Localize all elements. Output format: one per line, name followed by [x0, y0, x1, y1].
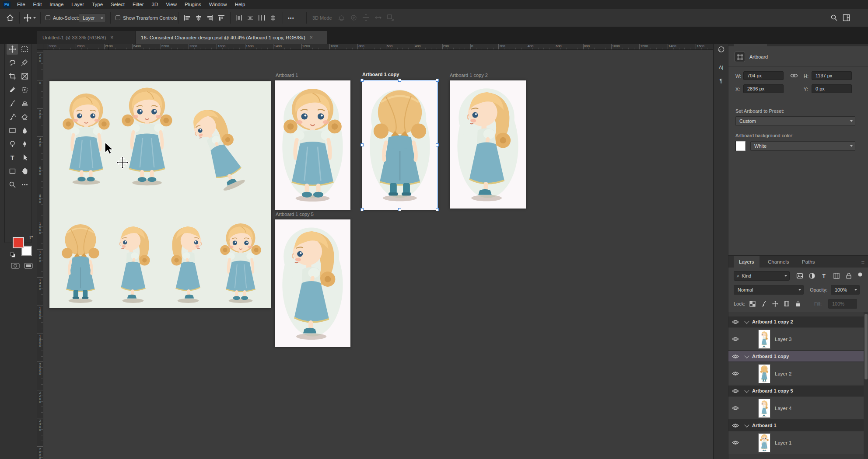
- artboard-label-1-copy-5[interactable]: Artboard 1 copy 5: [276, 212, 314, 217]
- reference-image[interactable]: [49, 81, 271, 308]
- menu-item-help[interactable]: Help: [231, 0, 249, 9]
- background-color-dropdown[interactable]: White: [750, 141, 855, 151]
- rectangle-tool[interactable]: [7, 165, 18, 177]
- layer-thumbnail[interactable]: [758, 433, 770, 452]
- menu-item-view[interactable]: View: [162, 0, 181, 9]
- layer-thumbnail[interactable]: [758, 399, 770, 418]
- lock-transparent-pixels-icon[interactable]: [748, 299, 757, 309]
- ruler-origin-corner[interactable]: [37, 44, 43, 50]
- layer-thumbnail[interactable]: [758, 330, 770, 349]
- transform-handle[interactable]: [398, 79, 401, 82]
- visibility-eye-icon[interactable]: [732, 337, 739, 341]
- history-panel-icon[interactable]: [717, 45, 725, 54]
- tab-paths[interactable]: Paths: [797, 256, 820, 268]
- lock-position-icon[interactable]: [770, 299, 780, 309]
- history-brush-tool[interactable]: [7, 111, 18, 122]
- auto-select-checkbox[interactable]: Auto-Select:: [46, 9, 79, 27]
- default-colors-icon[interactable]: [10, 252, 15, 257]
- edit-toolbar-button[interactable]: [19, 179, 30, 190]
- distribute-vertical-icon[interactable]: [270, 9, 276, 27]
- layer-row-artboard-1-copy-2[interactable]: Artboard 1 copy 2: [728, 316, 864, 327]
- visibility-eye-icon[interactable]: [732, 389, 739, 393]
- photoshop-logo[interactable]: Ps: [3, 1, 10, 8]
- artboard-1-copy-5[interactable]: [275, 219, 350, 347]
- paragraph-panel-icon[interactable]: ¶: [717, 76, 725, 85]
- transform-handle[interactable]: [436, 208, 439, 211]
- type-tool[interactable]: T: [7, 152, 18, 163]
- panel-menu-icon[interactable]: ≡: [861, 259, 864, 265]
- filter-shape-layers-icon[interactable]: [832, 271, 841, 281]
- transform-handle[interactable]: [360, 208, 364, 211]
- tab-layers[interactable]: Layers: [734, 256, 760, 268]
- healing-patch-tool[interactable]: [19, 84, 30, 95]
- menu-item-layer[interactable]: Layer: [67, 0, 88, 9]
- align-right-icon[interactable]: [206, 9, 214, 27]
- search-icon[interactable]: [830, 9, 838, 27]
- artboard-1-copy[interactable]: [362, 80, 438, 210]
- align-left-icon[interactable]: [184, 9, 191, 27]
- character-panel-icon[interactable]: A|: [717, 63, 725, 72]
- menu-item-select[interactable]: Select: [107, 0, 129, 9]
- layer-thumbnail[interactable]: [758, 364, 770, 383]
- path-selection-tool[interactable]: [19, 152, 30, 163]
- menu-item-window[interactable]: Window: [205, 0, 231, 9]
- more-align-options-button[interactable]: •••: [288, 9, 294, 27]
- dodge-tool[interactable]: [7, 138, 18, 150]
- menu-item-3d[interactable]: 3D: [148, 0, 162, 9]
- layer-row-layer-3[interactable]: Layer 3: [728, 328, 864, 351]
- gradient-tool[interactable]: [7, 125, 18, 136]
- artboard-label-1[interactable]: Artboard 1: [276, 73, 298, 78]
- transform-handle[interactable]: [360, 143, 364, 146]
- workspace-switcher-icon[interactable]: [843, 9, 850, 27]
- eraser-tool[interactable]: [19, 111, 30, 122]
- menu-item-type[interactable]: Type: [88, 0, 107, 9]
- visibility-eye-icon[interactable]: [732, 406, 739, 410]
- visibility-eye-icon[interactable]: [732, 354, 739, 359]
- transform-handle[interactable]: [436, 79, 439, 82]
- artboard-label-1-copy-2[interactable]: Artboard 1 copy 2: [450, 73, 488, 78]
- document-tab-character-design[interactable]: 16- Consistent Character design.psd @ 40…: [136, 31, 327, 44]
- layer-row-layer-4[interactable]: Layer 4: [728, 397, 864, 420]
- artboard-bg-swatch[interactable]: [735, 141, 746, 151]
- height-field[interactable]: 1137 px: [812, 71, 852, 80]
- menu-item-edit[interactable]: Edit: [29, 0, 46, 9]
- home-button[interactable]: [6, 9, 14, 27]
- transform-handle[interactable]: [436, 143, 439, 146]
- distribute-right-icon[interactable]: [258, 9, 265, 27]
- visibility-eye-icon[interactable]: [732, 371, 739, 376]
- lasso-tool[interactable]: [7, 57, 18, 68]
- filter-pixel-layers-icon[interactable]: [795, 271, 805, 281]
- pen-tool[interactable]: [19, 138, 30, 150]
- eyedropper-tool[interactable]: [7, 84, 18, 95]
- menu-item-image[interactable]: Image: [46, 0, 67, 9]
- chevron-down-icon[interactable]: [744, 353, 749, 358]
- tab-channels[interactable]: Channels: [763, 256, 794, 268]
- blend-mode-dropdown[interactable]: Normal: [734, 285, 804, 295]
- foreground-color-swatch[interactable]: [13, 237, 24, 248]
- chevron-down-icon[interactable]: [744, 422, 749, 427]
- layer-row-layer-2[interactable]: Layer 2: [728, 362, 864, 385]
- marquee-tool[interactable]: [19, 43, 30, 55]
- lock-artboard-nesting-icon[interactable]: [782, 299, 791, 309]
- chevron-down-icon[interactable]: [744, 319, 749, 323]
- distribute-center-icon[interactable]: [247, 9, 254, 27]
- show-transform-controls-checkbox[interactable]: Show Transform Controls: [116, 9, 177, 27]
- artboard-1-copy-2[interactable]: [450, 80, 526, 209]
- preset-dropdown[interactable]: Custom: [735, 116, 855, 126]
- move-tool[interactable]: [7, 43, 18, 55]
- visibility-eye-icon[interactable]: [732, 423, 739, 428]
- blur-tool[interactable]: [19, 125, 30, 136]
- artboard-1[interactable]: [275, 80, 350, 210]
- opacity-field[interactable]: 100%: [831, 285, 860, 295]
- ruler-top[interactable]: 3000280026002400220020001800160014001200…: [43, 44, 713, 50]
- menu-item-file[interactable]: File: [13, 0, 29, 9]
- filtering-toggle-icon[interactable]: [855, 270, 865, 279]
- y-field[interactable]: 0 px: [812, 84, 852, 93]
- layer-row-artboard-1[interactable]: Artboard 1: [728, 420, 864, 431]
- swap-colors-icon[interactable]: ⇄: [29, 235, 33, 240]
- transform-handle[interactable]: [398, 208, 401, 211]
- close-icon[interactable]: ×: [110, 35, 113, 41]
- align-top-icon[interactable]: [218, 9, 225, 27]
- lock-image-pixels-icon[interactable]: [759, 299, 769, 309]
- ruler-left[interactable]: 2000200400600800100012001400160018002000…: [37, 50, 43, 459]
